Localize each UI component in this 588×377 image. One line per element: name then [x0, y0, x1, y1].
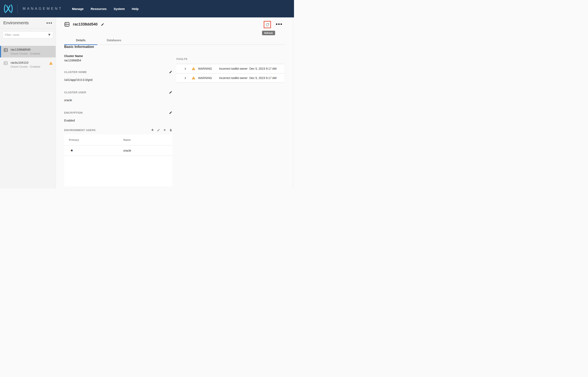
tab-databases[interactable]: Databases — [97, 37, 131, 45]
set-primary-star-icon[interactable]: ★ — [163, 128, 166, 132]
sidebar-item-rac1338dd540[interactable]: rac1338dd540 Oracle Cluster - Enabled — [0, 46, 56, 58]
nav-system[interactable]: System — [113, 7, 125, 11]
filter-funnel-icon[interactable] — [48, 33, 51, 36]
details-column: Basic Information Cluster Name rac1338dd… — [64, 45, 172, 187]
cluster-name-label: Cluster Name — [64, 54, 172, 58]
nav-help[interactable]: Help — [132, 7, 139, 11]
filter-input[interactable] — [5, 33, 48, 36]
environment-users-label: ENVIRONMENT USERS — [64, 129, 96, 132]
scroll-edge — [293, 17, 293, 188]
edit-title-pencil-icon[interactable] — [101, 23, 104, 26]
environment-users-section: ENVIRONMENT USERS + ★ — [64, 128, 172, 132]
nav-manage[interactable]: Manage — [72, 7, 84, 11]
cluster-user-label: CLUSTER USER — [64, 91, 86, 94]
expand-chevron-icon[interactable] — [184, 77, 187, 79]
top-nav: Manage Resources System Help — [72, 7, 138, 11]
encryption-label: ENCRYPTION — [64, 111, 83, 114]
faults-list: WARNING Incorrect toolkit owner Dec 5, 2… — [176, 64, 284, 83]
cluster-home-label: CLUSTER HOME — [64, 71, 87, 74]
environment-name: ractiu104110 — [11, 61, 40, 64]
encryption-value: Enabled — [64, 119, 172, 122]
cluster-home-value: /u01/app/19.0.0.0/grid — [64, 78, 172, 82]
page-menu-dots-icon[interactable] — [276, 24, 282, 25]
refresh-tooltip: Refresh — [262, 31, 275, 35]
delphix-logo-icon — [3, 4, 13, 14]
main-content: rac1338dd540 Refresh Details Databases B… — [56, 17, 294, 188]
edit-encryption-pencil-icon[interactable] — [169, 111, 172, 114]
delete-user-trash-icon[interactable] — [169, 129, 172, 132]
edit-user-pencil-icon[interactable] — [157, 129, 160, 132]
tab-bar: Details Databases — [64, 37, 285, 45]
primary-star-icon: ★ — [70, 149, 73, 153]
warning-icon — [192, 67, 195, 71]
faults-heading: FAULTS — [176, 58, 284, 60]
cluster-user-value: oracle — [64, 98, 172, 102]
tab-details[interactable]: Details — [64, 37, 97, 45]
fault-date: Dec 5, 2023 9:17 AM — [249, 67, 276, 70]
fault-date: Dec 5, 2023 9:17 AM — [249, 76, 276, 80]
environment-name: rac1338dd540 — [11, 48, 40, 51]
cluster-icon — [3, 48, 8, 52]
sidebar-title: Environments — [3, 21, 29, 25]
encryption-section: ENCRYPTION — [64, 111, 172, 114]
environment-status: Oracle Cluster - Enabled — [11, 52, 40, 55]
faults-panel: FAULTS WARNING Incorrect toolkit owner D… — [176, 58, 284, 83]
filter-box[interactable] — [2, 31, 53, 38]
cluster-home-section: CLUSTER HOME — [64, 70, 172, 74]
refresh-icon — [265, 22, 270, 27]
warning-icon — [49, 61, 53, 65]
cluster-icon — [3, 61, 8, 65]
expand-chevron-icon[interactable] — [184, 67, 187, 70]
topbar-divider — [17, 4, 18, 13]
top-bar: MANAGEMENT Manage Resources System Help — [0, 0, 294, 17]
user-name: oracle — [123, 149, 131, 152]
sidebar-menu-dots-icon[interactable] — [47, 22, 52, 24]
fault-title: Incorrect toolkit owner — [219, 76, 248, 80]
column-header-name: Name — [123, 138, 131, 141]
sidebar-header: Environments — [0, 17, 56, 29]
page-header: rac1338dd540 — [64, 22, 104, 27]
fault-severity: WARNING — [198, 67, 212, 70]
refresh-button[interactable] — [264, 21, 271, 28]
environment-users-table: Primary Name ★ oracle — [64, 134, 172, 187]
environment-status: Oracle Cluster - Enabled — [11, 65, 40, 68]
fault-row[interactable]: WARNING Incorrect toolkit owner Dec 5, 2… — [176, 73, 284, 83]
cluster-user-section: CLUSTER USER — [64, 91, 172, 94]
fault-row[interactable]: WARNING Incorrect toolkit owner Dec 5, 2… — [176, 64, 284, 73]
edit-cluster-user-pencil-icon[interactable] — [169, 91, 172, 94]
environment-users-toolbar: + ★ — [151, 128, 172, 132]
warning-icon — [192, 76, 195, 80]
basic-information-heading: Basic Information — [64, 45, 172, 49]
environment-list: rac1338dd540 Oracle Cluster - Enabled ra… — [0, 46, 56, 71]
users-table-header: Primary Name — [64, 134, 172, 145]
environments-sidebar: Environments rac1338dd540 Oracle Cluster… — [0, 17, 56, 188]
cluster-name-value: rac1338dd54 — [64, 59, 172, 62]
edit-cluster-home-pencil-icon[interactable] — [169, 70, 172, 74]
brand-title: MANAGEMENT — [23, 7, 63, 11]
fault-title: Incorrect toolkit owner — [219, 67, 248, 70]
nav-resources[interactable]: Resources — [91, 7, 107, 11]
fault-severity: WARNING — [198, 76, 212, 80]
table-row[interactable]: ★ oracle — [64, 145, 172, 156]
column-header-primary: Primary — [69, 138, 123, 141]
add-user-button[interactable]: + — [151, 128, 154, 132]
cluster-icon — [64, 22, 70, 27]
sidebar-item-ractiu104110[interactable]: ractiu104110 Oracle Cluster - Enabled — [0, 59, 56, 71]
page-title: rac1338dd540 — [73, 22, 98, 26]
